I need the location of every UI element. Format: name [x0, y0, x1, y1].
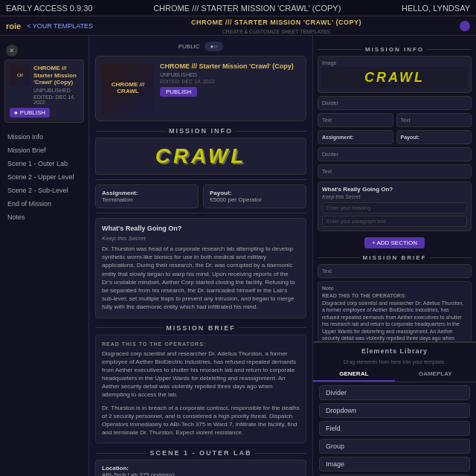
second-bar: roie < YOUR TEMPLATES CHROME /// STARTER… [0, 16, 476, 36]
mission-thumbnail: CHROME ///CRAWL [102, 62, 154, 115]
divider-1 [95, 179, 306, 180]
mission-info-edit-panel: MISSION INFO Image CRAWL Divider Text Te… [313, 36, 476, 342]
mission-date: EDITED: DEC 14, 2022 [160, 79, 300, 84]
sidebar-nav-scene2-sub[interactable]: Scene 2 - Sub-Level [0, 184, 89, 197]
right-add-section-button[interactable]: + ADD SECTION [364, 237, 425, 248]
sidebar-publish-button[interactable]: ● PUBLISH [10, 108, 50, 118]
right-text-row: Text Text [318, 113, 472, 127]
sidebar-sheet-date: EDITED: DEC 14, 2022 [33, 94, 79, 105]
assignment-block: Assignment: Termination [95, 184, 199, 208]
close-button[interactable]: ✕ [6, 45, 18, 57]
sidebar-nav-scene1-outer[interactable]: Scene 1 - Outer Lab [0, 157, 89, 170]
left-sidebar: ✕ C/// CHROME /// Starter Mission 'Crawl… [0, 36, 89, 476]
mission-header-card: CHROME ///CRAWL CHROME /// Starter Missi… [95, 56, 306, 121]
right-assign-payout-row: Assignment: Payout: [318, 130, 472, 144]
section-mission-brief: MISSION BRIEF [95, 324, 306, 332]
right-keep-secret: Keep this Secret [322, 194, 467, 199]
right-divider-label: Divider [322, 100, 467, 106]
payout-block: Payout: €5000 per Operator [203, 184, 306, 208]
app-logo: roie [6, 22, 21, 30]
right-whats-really-title: What's Really Going On? [322, 186, 467, 193]
section-scene1: SCENE 1 - OUTER LAB [95, 449, 306, 457]
keep-secret-label: Keep this Secret [102, 235, 300, 242]
top-bar-title: CHROME /// STARTER MISSION 'CRAWL' (COPY… [153, 4, 341, 13]
crawl-logo: CRAWL [102, 144, 300, 168]
sheet-thumbnail: C/// [10, 65, 30, 86]
whats-really-block: What's Really Going On? Keep this Secret… [95, 218, 306, 318]
sidebar-nav-scene2-upper[interactable]: Scene 2 - Upper Level [0, 170, 89, 184]
divider-2 [95, 213, 306, 213]
right-brief-text: Disgraced corp scientist and researcher … [322, 300, 467, 342]
tab-general[interactable]: GENERAL [313, 367, 395, 382]
right-text-1: Text [318, 113, 393, 127]
right-text-3: Text [318, 164, 472, 178]
sidebar-nav-notes[interactable]: Notes [0, 210, 89, 224]
location-label: Location: [102, 465, 300, 472]
elements-library: Elements Library Drag elements from here… [313, 342, 476, 476]
right-mission-brief-header: MISSION BRIEF [318, 254, 472, 261]
public-label: PUBLIC [178, 43, 200, 50]
payout-value: €5000 per Operator [210, 196, 300, 203]
user-greeting: HELLO, LYNDSAY [402, 4, 470, 13]
publish-icon: ● [14, 109, 18, 116]
right-brief-block: Text [318, 264, 472, 278]
whats-really-title: What's Really Going On? [102, 225, 300, 232]
sidebar-nav-end-mission[interactable]: End of Mission [0, 197, 89, 210]
tab-gameplay[interactable]: GAMEPLAY [395, 367, 477, 382]
sidebar-sheet-card: C/// CHROME /// Starter Mission 'Crawl' … [4, 60, 84, 123]
right-brief-label: Text [322, 268, 467, 274]
public-toggle-area: PUBLIC ●○ [95, 42, 306, 51]
sidebar-sheet-status: UNPUBLISHED [33, 88, 79, 93]
right-heading-input[interactable]: Enter your heading [322, 202, 467, 213]
mission-publish-button[interactable]: PUBLISH [160, 87, 197, 97]
elements-library-header: Elements Library [313, 343, 476, 359]
brief-read-label: READ THIS TO THE OPERATORS: [102, 341, 300, 347]
mission-meta: CHROME /// Starter Mission 'Crawl' (Copy… [160, 62, 300, 115]
top-bar: EARLY ACCESS 0.9.30 CHROME /// STARTER M… [0, 0, 476, 16]
brief-text-1: Disgraced corp scientist and researcher … [102, 350, 300, 399]
right-brief-read-label: READ THIS TO THE OPERATORS: [322, 293, 467, 298]
mission-brief-block: READ THIS TO THE OPERATORS: Disgraced co… [95, 335, 306, 444]
early-access-label: EARLY ACCESS 0.9.30 [6, 4, 92, 13]
right-image-block: Image CRAWL [318, 56, 472, 93]
right-assignment-block: Assignment: [318, 130, 393, 144]
right-crawl-preview: CRAWL [322, 67, 467, 89]
sheet-title-bar: CHROME /// STARTER MISSION 'CRAWL' (COPY… [191, 19, 361, 26]
right-mission-info-header: MISSION INFO [318, 46, 472, 53]
element-dropdown[interactable]: Dropdown [319, 403, 470, 418]
back-link[interactable]: < YOUR TEMPLATES [27, 22, 93, 30]
element-group[interactable]: Group [319, 439, 470, 454]
sidebar-nav-mission-info[interactable]: Mission Info [0, 130, 89, 144]
right-body-input[interactable]: Enter your paragraph text [322, 216, 467, 227]
middle-panel: PUBLIC ●○ CHROME ///CRAWL CHROME /// Sta… [89, 36, 312, 476]
sidebar-nav-mission-brief[interactable]: Mission Brief [0, 144, 89, 157]
right-payout-block: Payout: [396, 130, 472, 144]
mission-status: UNPUBLISHED [160, 72, 300, 77]
elements-list: Divider Dropdown Field Group Image Note … [313, 385, 476, 476]
mission-title: CHROME /// Starter Mission 'Crawl' (Copy… [160, 62, 300, 71]
sidebar-sheet-title: CHROME /// Starter Mission 'Crawl' (Copy… [33, 65, 79, 86]
crawl-image-block: CRAWL [95, 138, 306, 175]
assignment-value: Termination [102, 196, 192, 203]
whats-really-body: Dr. Thurston was head of a corporate res… [102, 245, 300, 312]
sheet-subtitle-bar: CREATE & CUSTOMIZE SHEET TEMPLATES [222, 29, 331, 34]
elements-library-subtitle: Drag elements from here into your templa… [313, 359, 476, 367]
location-block: Location: ABI-Tech Lab 375 (exterior) [95, 460, 306, 476]
public-toggle-switch[interactable]: ●○ [205, 42, 224, 51]
user-icon [460, 21, 470, 31]
right-divider-2: Divider [318, 147, 472, 161]
brief-text-2: Dr. Thurston is in breach of a corporate… [102, 404, 300, 437]
assignment-label: Assignment: [102, 190, 192, 196]
element-divider[interactable]: Divider [319, 385, 470, 400]
main-layout: ✕ C/// CHROME /// Starter Mission 'Crawl… [0, 36, 476, 476]
elements-tabs: GENERAL GAMEPLAY [313, 367, 476, 382]
element-field[interactable]: Field [319, 421, 470, 436]
location-value: ABI-Tech Lab 375 (exterior) [102, 472, 300, 476]
right-crawl-logo: CRAWL [364, 70, 425, 85]
right-divider-block: Divider [318, 96, 472, 110]
payout-label: Payout: [210, 190, 300, 196]
right-note-label: Note [322, 286, 467, 291]
right-text-2: Text [396, 113, 472, 127]
assignment-payout-row: Assignment: Termination Payout: €5000 pe… [95, 184, 306, 208]
element-image[interactable]: Image [319, 457, 470, 472]
